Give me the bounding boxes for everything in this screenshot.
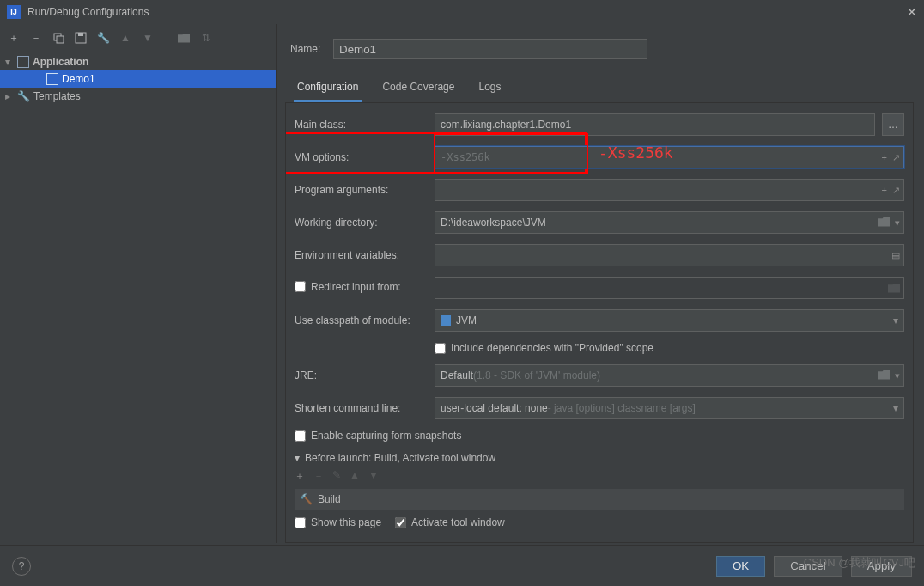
working-dir-input[interactable] — [441, 217, 898, 229]
copy-button[interactable] — [50, 29, 67, 46]
build-task-row[interactable]: 🔨 Build — [295, 489, 904, 510]
remove-button[interactable]: － — [27, 29, 45, 46]
annotation-text: -Xss256k — [599, 143, 673, 162]
allow-parallel-checkbox[interactable]: Allow parallel run — [879, 31, 914, 67]
row-main-class: Main class: … — [295, 113, 904, 136]
vm-options-placeholder: -Xss256k — [441, 151, 490, 163]
vm-options-label: VM options: — [295, 151, 428, 163]
enable-capture-checkbox[interactable]: Enable capturing form snapshots — [295, 430, 461, 442]
tab-logs[interactable]: Logs — [475, 74, 504, 102]
ok-button[interactable]: OK — [716, 556, 765, 577]
chevron-down-icon[interactable]: ▾ — [895, 217, 900, 229]
svg-rect-1 — [57, 36, 64, 43]
row-classpath: Use classpath of module: JVM ▾ — [295, 309, 904, 332]
expand-icon[interactable]: ↗ — [892, 152, 900, 163]
program-args-label: Program arguments: — [295, 184, 428, 196]
shorten-hint: - java [options] classname [args] — [548, 402, 696, 414]
folder-button[interactable] — [175, 29, 192, 46]
row-program-args: Program arguments: + ↗ — [295, 179, 904, 201]
main-class-label: Main class: — [295, 119, 428, 131]
tree-node-templates[interactable]: ▸ 🔧 Templates — [0, 88, 276, 105]
redirect-checkbox[interactable]: Redirect input from: — [295, 281, 401, 293]
folder-icon[interactable] — [878, 217, 890, 227]
move-down-button[interactable]: ▼ — [139, 29, 156, 46]
expand-icon[interactable]: ↗ — [892, 185, 900, 196]
footer: ? OK Cancel Apply — [0, 545, 924, 586]
name-input[interactable] — [333, 39, 647, 59]
chevron-down-icon: ▾ — [893, 402, 898, 414]
collapse-icon: ▾ — [295, 452, 300, 464]
tree-node-demo1[interactable]: Demo1 — [0, 70, 276, 88]
sort-button[interactable]: ⇅ — [198, 29, 215, 46]
config-toolbar: ＋ － 🔧 ▲ ▼ ⇅ — [0, 24, 276, 52]
plus-icon[interactable]: + — [882, 185, 887, 196]
close-icon[interactable]: ✕ — [907, 5, 917, 19]
row-shorten: Shorten command line: user-local default… — [295, 397, 904, 419]
hammer-icon: 🔨 — [300, 493, 313, 505]
env-vars-input[interactable] — [441, 249, 898, 261]
app-icon: IJ — [7, 5, 21, 19]
tree-label-application: Application — [33, 56, 88, 68]
include-provided-checkbox[interactable]: Include dependencies with "Provided" sco… — [435, 342, 653, 354]
row-enable-capture: Enable capturing form snapshots — [295, 430, 904, 442]
plus-icon[interactable]: + — [882, 152, 887, 163]
help-button[interactable]: ? — [12, 557, 31, 576]
jre-label: JRE: — [295, 369, 428, 382]
sidebar: ＋ － 🔧 ▲ ▼ ⇅ ▾ Application Demo1 ▸ — [0, 24, 277, 543]
name-label: Name: — [290, 43, 325, 55]
cancel-button[interactable]: Cancel — [774, 556, 842, 577]
classpath-label: Use classpath of module: — [295, 314, 428, 327]
add-task-button[interactable]: ＋ — [295, 469, 305, 484]
row-env-vars: Environment variables: ▤ — [295, 244, 904, 266]
tab-code-coverage[interactable]: Code Coverage — [379, 74, 458, 102]
row-include-provided: Include dependencies with "Provided" sco… — [295, 342, 904, 354]
show-page-checkbox[interactable]: Show this page — [295, 516, 381, 528]
program-args-field[interactable]: + ↗ — [435, 179, 904, 201]
jre-field[interactable]: Default (1.8 - SDK of 'JVM' module) ▾ — [435, 364, 904, 387]
apply-button[interactable]: Apply — [851, 556, 912, 577]
gear-icon: 🔧 — [17, 90, 30, 102]
expand-icon: ▾ — [5, 56, 14, 68]
before-launch-header[interactable]: ▾ Before launch: Build, Activate tool wi… — [295, 452, 904, 464]
browse-main-class-button[interactable]: … — [882, 113, 904, 136]
shorten-select[interactable]: user-local default: none - java [options… — [435, 397, 904, 419]
activate-tool-checkbox[interactable]: Activate tool window — [395, 516, 505, 528]
tree-node-application[interactable]: ▾ Application — [0, 53, 276, 70]
config-tree: ▾ Application Demo1 ▸ 🔧 Templates — [0, 52, 276, 543]
build-task-label: Build — [318, 493, 341, 505]
before-launch-toolbar: ＋ － ✎ ▲ ▼ — [295, 469, 904, 484]
remove-task-button[interactable]: － — [313, 469, 324, 484]
edit-task-button[interactable]: ✎ — [332, 469, 341, 484]
main-class-input[interactable] — [441, 119, 869, 131]
move-up-button[interactable]: ▲ — [117, 29, 134, 46]
share-vcs-checkbox[interactable]: Share through VCS ? — [836, 31, 871, 67]
move-up-button[interactable]: ▲ — [350, 469, 360, 484]
expand-icon: ▸ — [5, 90, 14, 102]
move-down-button[interactable]: ▼ — [368, 469, 379, 484]
tree-label-demo1: Demo1 — [62, 73, 95, 85]
list-icon[interactable]: ▤ — [891, 250, 900, 261]
program-args-input[interactable] — [441, 184, 898, 196]
tree-label-templates: Templates — [33, 90, 81, 102]
vm-options-field[interactable]: -Xss256k -Xss256k + ↗ — [435, 146, 904, 168]
redirect-field — [435, 277, 904, 299]
save-button[interactable] — [72, 29, 89, 46]
row-redirect: Redirect input from: — [295, 277, 904, 299]
classpath-value: JVM — [456, 314, 477, 327]
folder-icon[interactable] — [878, 370, 890, 380]
row-jre: JRE: Default (1.8 - SDK of 'JVM' module)… — [295, 364, 904, 387]
main-class-field[interactable] — [435, 113, 875, 136]
wrench-button[interactable]: 🔧 — [94, 29, 112, 46]
tab-configuration[interactable]: Configuration — [294, 74, 362, 102]
shorten-label: Shorten command line: — [295, 402, 428, 414]
classpath-select[interactable]: JVM ▾ — [435, 309, 904, 332]
working-dir-field[interactable]: ▾ — [435, 211, 904, 234]
svg-rect-3 — [78, 33, 83, 36]
env-vars-field[interactable]: ▤ — [435, 244, 904, 266]
tabs: Configuration Code Coverage Logs — [285, 74, 914, 103]
application-icon — [17, 56, 29, 68]
jre-value: Default — [441, 369, 473, 382]
add-button[interactable]: ＋ — [5, 29, 22, 46]
chevron-down-icon[interactable]: ▾ — [895, 370, 900, 382]
chevron-down-icon: ▾ — [893, 314, 898, 327]
